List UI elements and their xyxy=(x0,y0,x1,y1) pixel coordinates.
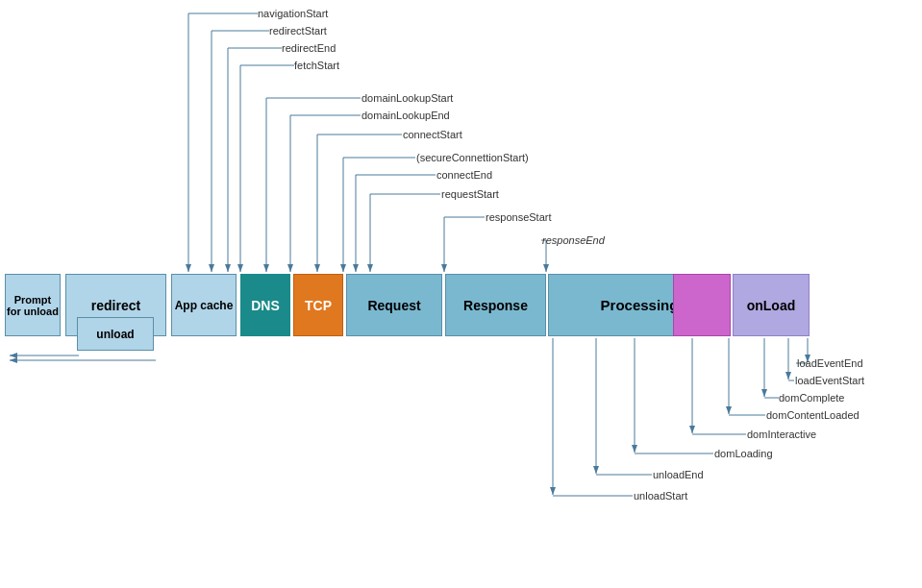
label-dom-complete: domComplete xyxy=(779,392,844,404)
prompt-for-unload-box: Prompt for unload xyxy=(5,274,61,336)
processing-purple-overlay xyxy=(673,274,731,336)
app-cache-box: App cache xyxy=(171,274,237,336)
label-domain-lookup-start: domainLookupStart xyxy=(361,92,453,104)
label-load-event-end: loadEventEnd xyxy=(797,357,863,369)
response-box: Response xyxy=(445,274,546,336)
label-response-end: responseEnd xyxy=(542,234,605,246)
label-redirect-start: redirectStart xyxy=(269,25,327,37)
label-response-start: responseStart xyxy=(486,211,551,223)
label-dom-content-loaded: domContentLoaded xyxy=(766,409,860,421)
label-fetch-start: fetchStart xyxy=(294,60,339,71)
label-load-event-start: loadEventStart xyxy=(795,375,864,386)
label-domain-lookup-end: domainLookupEnd xyxy=(361,110,450,121)
label-navigation-start: navigationStart xyxy=(258,8,328,19)
label-secure-connection-start: (secureConnettionStart) xyxy=(416,152,529,163)
label-redirect-end: redirectEnd xyxy=(282,42,336,54)
label-connect-end: connectEnd xyxy=(436,169,492,181)
label-connect-start: connectStart xyxy=(403,129,462,140)
tcp-box: TCP xyxy=(293,274,343,336)
dns-box: DNS xyxy=(240,274,290,336)
processing-label: Processing xyxy=(601,297,679,313)
label-dom-loading: domLoading xyxy=(714,448,773,459)
request-box: Request xyxy=(346,274,442,336)
label-unload-start: unloadStart xyxy=(634,490,687,502)
unload-box: unload xyxy=(77,317,154,351)
label-dom-interactive: domInteractive xyxy=(747,429,816,440)
label-unload-end: unloadEnd xyxy=(653,469,704,480)
onload-box: onLoad xyxy=(733,274,810,336)
label-request-start: requestStart xyxy=(441,188,499,200)
